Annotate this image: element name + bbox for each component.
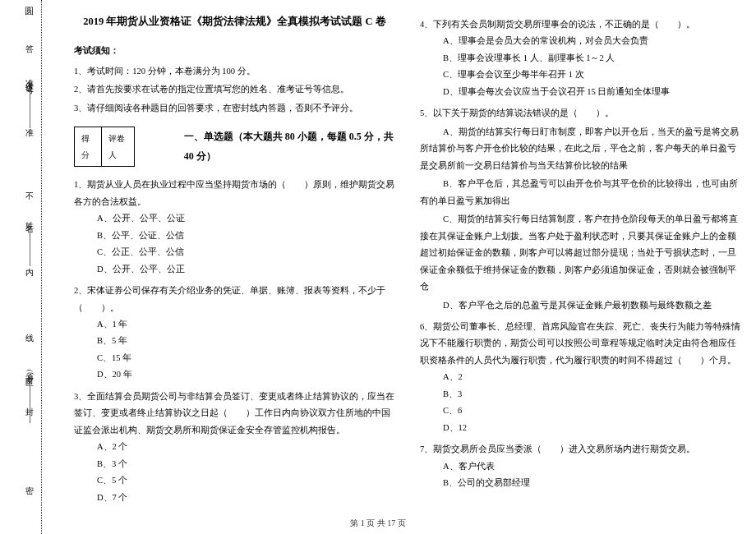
- field-xingming-line: [30, 227, 30, 266]
- question-stem: 3、全面结算会员期货公司与非结算会员签订、变更或者终止结算协议的，应当在签订、变…: [74, 389, 395, 439]
- notice-heading: 考试须知：: [74, 43, 395, 59]
- binding-marker: 密: [21, 480, 38, 483]
- field-sheng-label: 省（市区）: [21, 365, 38, 377]
- question-stem: 1、期货从业人员在执业过程中应当坚持期货市场的（ ）原则，维护期货交易各方的合法…: [74, 177, 395, 210]
- question-stem: 4、下列有关会员制期货交易所理事会的说法，不正确的是（ ）。: [420, 16, 741, 33]
- option: D、7 个: [97, 490, 395, 506]
- option: B、5 年: [97, 333, 395, 349]
- option: C、6: [443, 403, 741, 419]
- field-xingming-label: 姓名: [21, 215, 38, 220]
- question-stem: 6、期货公司董事长、总经理、首席风险官在失踪、死亡、丧失行为能力等特殊情况下不能…: [420, 319, 741, 369]
- score-label: 得分: [75, 127, 102, 166]
- exam-paper-page: 圆 答 准考证号 准 不 姓名 内 线 省（市区） 封 密: [0, 0, 756, 534]
- option: B、公司的交易部经理: [443, 475, 741, 491]
- question-stem: 2、宋体证券公司保存有关介绍业务的凭证、单据、账簿、报表等资料，不少于（ ）。: [74, 283, 395, 316]
- option: B、客户平仓后，其总盈亏可以由开仓价与其平仓价的比较得出，也可由所有的单日盈亏累…: [420, 176, 741, 209]
- notice-item: 2、请首先按要求在试卷的指定位置填写您的姓名、准考证号等信息。: [74, 81, 395, 98]
- question-2: 2、宋体证券公司保存有关介绍业务的凭证、单据、账簿、报表等资料，不少于（ ）。 …: [74, 283, 395, 384]
- binding-marker: 答: [21, 38, 38, 41]
- option: C、期货的结算实行每日结算制度，客户在持仓阶段每天的单日盈亏都将直接在其保证金账…: [420, 211, 741, 295]
- question-stem: 7、期货交易所会员应当委派（ ）进入交易所场内进行期货交易。: [420, 441, 741, 458]
- option: A、客户代表: [443, 458, 741, 475]
- notice-item: 1、考试时间：120 分钟，本卷满分为 100 分。: [74, 63, 395, 80]
- option: B、3: [443, 386, 741, 403]
- question-5: 5、以下关于期货的结算说法错误的是（ ）。 A、期货的结算实行每日盯市制度，即客…: [420, 105, 741, 314]
- content-area: 2019 年期货从业资格证《期货法律法规》全真模拟考试试题 C 卷 考试须知： …: [59, 0, 756, 534]
- paper-title: 2019 年期货从业资格证《期货法律法规》全真模拟考试试题 C 卷: [74, 12, 395, 31]
- option: B、3 个: [97, 456, 395, 472]
- question-7: 7、期货交易所会员应当委派（ ）进入交易所场内进行期货交易。 A、客户代表 B、…: [420, 441, 741, 491]
- column-left: 2019 年期货从业资格证《期货法律法规》全真模拟考试试题 C 卷 考试须知： …: [74, 12, 395, 534]
- notice-item: 3、请仔细阅读各种题目的回答要求，在密封线内答题，否则不予评分。: [74, 100, 395, 117]
- question-1: 1、期货从业人员在执业过程中应当坚持期货市场的（ ）原则，维护期货交易各方的合法…: [74, 177, 395, 278]
- option: C、理事会会议至少每半年召开 1 次: [443, 67, 741, 83]
- option: A、2 个: [97, 439, 395, 455]
- question-3: 3、全面结算会员期货公司与非结算会员签订、变更或者终止结算协议的，应当在签订、变…: [74, 389, 395, 506]
- option: C、15 年: [97, 350, 395, 366]
- option: A、公开、公平、公证: [97, 210, 395, 227]
- page-footer: 第 1 页 共 17 页: [0, 515, 756, 532]
- binding-marker: 准: [21, 122, 38, 125]
- option: C、公正、公平、公信: [97, 244, 395, 260]
- binding-marker: 线: [21, 327, 38, 330]
- option: A、期货的结算实行每日盯市制度，即客户以开仓后，当天的盈亏是将交易所结算价与客户…: [420, 124, 741, 174]
- part1-heading: 一、单选题（本大题共 80 小题，每题 0.5 分，共 40 分）: [184, 127, 395, 166]
- field-zhunkao-label: 准考证号: [21, 72, 38, 82]
- option: C、5 个: [97, 472, 395, 489]
- option: A、1 年: [97, 316, 395, 333]
- question-4: 4、下列有关会员制期货交易所理事会的说法，不正确的是（ ）。 A、理事会是会员大…: [420, 16, 741, 100]
- option: D、12: [443, 420, 741, 436]
- binding-marker: 内: [21, 261, 38, 265]
- column-right: 4、下列有关会员制期货交易所理事会的说法，不正确的是（ ）。 A、理事会是会员大…: [420, 12, 741, 534]
- binding-marker: 不: [21, 186, 38, 189]
- option: B、理事会设理事长 1 人、副理事长 1～2 人: [443, 50, 741, 67]
- question-6: 6、期货公司董事长、总经理、首席风险官在失踪、死亡、丧失行为能力等特殊情况下不能…: [420, 319, 741, 436]
- option: D、20 年: [97, 366, 395, 383]
- option: D、理事会每次会议应当于会议召开 15 日前通知全体理事: [443, 84, 741, 100]
- option: D、公开、公平、公正: [97, 261, 395, 278]
- score-box: 得分 评卷人: [74, 127, 135, 167]
- marker-label: 评卷人: [102, 127, 134, 166]
- binding-marker: 封: [21, 401, 38, 404]
- option: A、2: [443, 369, 741, 385]
- option: D、客户平仓之后的总盈亏是其保证金账户最初数额与最终数额之差: [420, 297, 741, 314]
- binding-edge: 圆 答 准考证号 准 不 姓名 内 线 省（市区） 封 密: [0, 0, 59, 534]
- option: A、理事会是会员大会的常设机构，对会员大会负责: [443, 33, 741, 49]
- question-stem: 5、以下关于期货的结算说法错误的是（ ）。: [420, 105, 741, 122]
- option: B、公平、公证、公信: [97, 228, 395, 244]
